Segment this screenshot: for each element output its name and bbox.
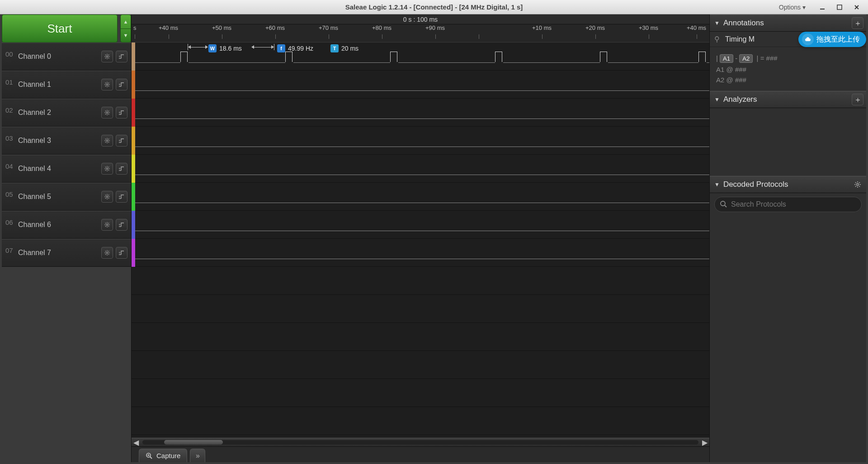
channel-trigger-button[interactable]: +	[116, 79, 127, 90]
maximize-button[interactable]	[831, 2, 848, 13]
pin-icon: ⚲	[714, 35, 720, 43]
channel-settings-button[interactable]	[101, 51, 113, 62]
channel-name[interactable]: Channel 5	[18, 193, 101, 201]
svg-point-34	[106, 140, 108, 142]
svg-line-51	[105, 170, 106, 171]
channel-trigger-button[interactable]: +	[116, 51, 127, 62]
waveform-line	[135, 147, 709, 147]
svg-point-74	[106, 252, 108, 254]
svg-line-102	[725, 205, 726, 207]
channel-settings-button[interactable]	[101, 135, 113, 147]
channel-name[interactable]: Channel 4	[18, 165, 101, 173]
capture-tab[interactable]: Capture	[139, 449, 187, 462]
svg-line-10	[108, 58, 109, 59]
channel-index: 07::::	[2, 246, 18, 259]
waveform-line	[135, 259, 709, 259]
channel-settings-button[interactable]	[101, 219, 113, 231]
channel-row[interactable]: 03:::: Channel 3 +	[2, 127, 131, 155]
waveform-pulse	[180, 52, 188, 62]
time-ruler[interactable]: s+40 ms+50 ms+60 ms+70 ms+80 ms+90 ms+10…	[132, 24, 709, 43]
waveform-line	[135, 231, 709, 231]
options-menu[interactable]: Options ▾	[779, 4, 806, 11]
channel-sidebar: Start ▲ ▼ 00:::: Channel 0 + 01:::: Chan…	[2, 14, 131, 462]
svg-line-98	[859, 186, 860, 187]
scroll-thumb[interactable]	[164, 440, 223, 445]
channel-name[interactable]: Channel 0	[18, 52, 101, 61]
channel-name[interactable]: Channel 7	[18, 249, 101, 257]
minimize-button[interactable]	[814, 2, 831, 13]
channel-trigger-button[interactable]: +	[116, 219, 127, 231]
timing-marker-row[interactable]: ⚲ Timing M 拖拽至此上传	[710, 32, 866, 47]
svg-point-24	[106, 112, 108, 114]
channel-row[interactable]: 01:::: Channel 1 +	[2, 71, 131, 99]
svg-line-71	[105, 226, 106, 227]
channel-row[interactable]: 05:::: Channel 5 +	[2, 183, 131, 211]
channel-row[interactable]: 06:::: Channel 6 +	[2, 211, 131, 239]
channel-trigger-button[interactable]: +	[116, 191, 127, 203]
waveform-canvas[interactable]: W18.6 ms f49.99 Hz T20 ms	[132, 43, 709, 438]
svg-line-39	[105, 139, 106, 140]
channel-name[interactable]: Channel 3	[18, 137, 101, 145]
channel-row[interactable]: 02:::: Channel 2 +	[2, 99, 131, 127]
channel-settings-button[interactable]	[101, 107, 113, 118]
svg-line-62	[108, 195, 109, 196]
channel-name[interactable]: Channel 1	[18, 80, 101, 89]
channel-settings-button[interactable]	[101, 79, 113, 90]
channel-color-strip	[132, 239, 135, 267]
channel-trigger-button[interactable]: +	[116, 247, 127, 259]
disclosure-icon: ▼	[714, 20, 720, 26]
svg-point-92	[857, 184, 859, 185]
chevron-down-icon: ▾	[802, 4, 806, 11]
analyzers-header[interactable]: ▼ Analyzers ＋	[710, 91, 866, 108]
start-button[interactable]: Start	[2, 14, 118, 43]
upload-overlay[interactable]: 拖拽至此上传	[798, 32, 866, 47]
protocol-search-input[interactable]	[714, 197, 862, 212]
disclosure-icon: ▼	[714, 96, 720, 103]
add-annotation-button[interactable]: ＋	[852, 17, 863, 29]
channel-settings-button[interactable]	[101, 191, 113, 203]
channel-row[interactable]: 00:::: Channel 0 +	[2, 43, 131, 71]
svg-line-21	[105, 86, 106, 87]
close-button[interactable]	[848, 2, 865, 13]
channel-trigger-button[interactable]: +	[116, 135, 127, 147]
channel-settings-button[interactable]	[101, 247, 113, 259]
scroll-track[interactable]	[142, 440, 698, 445]
svg-line-69	[105, 223, 106, 224]
search-icon	[720, 200, 728, 208]
waveform-line	[135, 203, 709, 203]
annotations-header[interactable]: ▼ Annotations ＋	[710, 14, 866, 32]
channel-row[interactable]: 04:::: Channel 4 +	[2, 155, 131, 183]
window-title: Saleae Logic 1.2.14 - [Connected] - [24 …	[345, 3, 523, 11]
start-down-arrow[interactable]: ▼	[121, 29, 131, 43]
channel-trigger-button[interactable]: +	[116, 163, 127, 175]
channel-settings-button[interactable]	[101, 163, 113, 175]
decoded-protocols-header[interactable]: ▼ Decoded Protocols	[710, 176, 866, 193]
waveform-pulse	[698, 52, 706, 62]
waveform-line	[135, 118, 709, 119]
main-area: Start ▲ ▼ 00:::: Channel 0 + 01:::: Chan…	[0, 14, 868, 464]
ruler-tick: +20 ms	[585, 24, 605, 31]
channel-trigger-button[interactable]: +	[116, 107, 127, 118]
ruler-tick: s	[133, 24, 137, 31]
decoded-settings-button[interactable]	[852, 179, 863, 190]
svg-line-11	[105, 58, 106, 59]
scroll-left-button[interactable]: ◀	[132, 438, 141, 447]
channel-name[interactable]: Channel 2	[18, 109, 101, 117]
channel-index: 01::::	[2, 78, 18, 91]
ruler-tick: +10 ms	[532, 24, 552, 31]
marker-diff-line: | A1 - A2 | = ###	[716, 54, 860, 63]
ruler-tick: +70 ms	[319, 24, 338, 31]
svg-line-85	[150, 457, 152, 459]
right-panel: ▼ Annotations ＋ ⚲ Timing M 拖拽至此上传 | A1 -…	[710, 14, 866, 462]
channel-name[interactable]: Channel 6	[18, 221, 101, 229]
start-up-arrow[interactable]: ▲	[121, 15, 131, 29]
svg-line-12	[108, 55, 109, 56]
svg-line-81	[105, 254, 106, 255]
scroll-right-button[interactable]: ▶	[700, 438, 709, 447]
horizontal-scrollbar[interactable]: ◀ ▶	[132, 438, 709, 447]
svg-point-4	[106, 56, 108, 57]
svg-line-82	[108, 251, 109, 252]
tab-chevrons-button[interactable]: »	[190, 449, 205, 462]
channel-row[interactable]: 07:::: Channel 7 +	[2, 239, 131, 267]
add-analyzer-button[interactable]: ＋	[852, 94, 863, 105]
